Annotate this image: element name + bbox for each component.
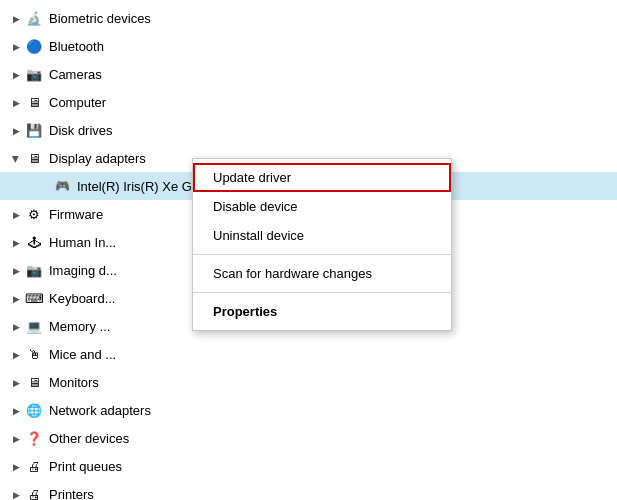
imaging-icon xyxy=(24,260,44,280)
tree-item-print-queues[interactable]: ▶ Print queues xyxy=(0,452,617,480)
firmware-icon xyxy=(24,204,44,224)
chevron-wrap: ▶ xyxy=(8,234,24,251)
context-menu-item-update-driver[interactable]: Update driver xyxy=(193,163,451,192)
tree-item-label-printers: Printers xyxy=(49,487,94,501)
chevron-wrap: ▶ xyxy=(8,430,24,447)
context-menu-item-disable-device[interactable]: Disable device xyxy=(193,192,451,221)
keyboard-icon xyxy=(24,288,44,308)
tree-item-label-computer: Computer xyxy=(49,95,106,110)
tree-item-printers[interactable]: ▶ Printers xyxy=(0,480,617,500)
tree-item-label-network: Network adapters xyxy=(49,403,151,418)
monitors-icon xyxy=(24,372,44,392)
tree-item-label-cameras: Cameras xyxy=(49,67,102,82)
disk-icon xyxy=(24,120,44,140)
chevron-wrap: ▶ xyxy=(8,318,24,335)
tree-item-label-biometric: Biometric devices xyxy=(49,11,151,26)
tree-item-computer[interactable]: ▶ Computer xyxy=(0,88,617,116)
tree-item-mice[interactable]: ▶ Mice and ... xyxy=(0,340,617,368)
context-menu: Update driver Disable device Uninstall d… xyxy=(192,158,452,331)
cameras-icon xyxy=(24,64,44,84)
network-icon xyxy=(24,400,44,420)
tree-item-network[interactable]: ▶ Network adapters xyxy=(0,396,617,424)
chevron-wrap: ▶ xyxy=(8,38,24,55)
chevron-wrap: ▶ xyxy=(8,402,24,419)
chevron-wrap: ▶ xyxy=(8,458,24,475)
chevron-wrap: ▶ xyxy=(8,94,24,111)
tree-item-label-disk: Disk drives xyxy=(49,123,113,138)
chevron-icon: ▶ xyxy=(8,403,24,419)
tree-item-label-memory: Memory ... xyxy=(49,319,110,334)
context-menu-item-scan-hardware[interactable]: Scan for hardware changes xyxy=(193,259,451,288)
tree-item-label-human: Human In... xyxy=(49,235,116,250)
printers-icon xyxy=(24,484,44,500)
intel-icon xyxy=(52,176,72,196)
chevron-icon: ▶ xyxy=(8,123,24,139)
print-queues-icon xyxy=(24,456,44,476)
tree-item-label-imaging: Imaging d... xyxy=(49,263,117,278)
other-icon xyxy=(24,428,44,448)
chevron-icon: ▶ xyxy=(8,235,24,251)
biometric-icon xyxy=(24,8,44,28)
memory-icon xyxy=(24,316,44,336)
bluetooth-icon xyxy=(24,36,44,56)
tree-item-label-keyboard: Keyboard... xyxy=(49,291,116,306)
chevron-wrap: ▶ xyxy=(8,374,24,391)
chevron-icon: ▶ xyxy=(8,39,24,55)
chevron-icon: ▶ xyxy=(8,319,24,335)
chevron-icon: ▶ xyxy=(8,67,24,83)
mice-icon xyxy=(24,344,44,364)
chevron-wrap: ▶ xyxy=(8,206,24,223)
chevron-wrap: ▶ xyxy=(8,10,24,27)
tree-item-bluetooth[interactable]: ▶ Bluetooth xyxy=(0,32,617,60)
chevron-wrap: ▶ xyxy=(8,262,24,279)
context-menu-item-uninstall-device[interactable]: Uninstall device xyxy=(193,221,451,250)
tree-item-label-bluetooth: Bluetooth xyxy=(49,39,104,54)
tree-item-other[interactable]: ▶ Other devices xyxy=(0,424,617,452)
chevron-icon: ▶ xyxy=(8,11,24,27)
chevron-wrap: ▶ xyxy=(8,150,24,167)
chevron-placeholder xyxy=(36,177,52,193)
tree-item-monitors[interactable]: ▶ Monitors xyxy=(0,368,617,396)
tree-item-cameras[interactable]: ▶ Cameras xyxy=(0,60,617,88)
computer-icon xyxy=(24,92,44,112)
context-menu-separator-1 xyxy=(193,254,451,255)
chevron-icon: ▶ xyxy=(8,151,24,167)
chevron-icon: ▶ xyxy=(8,291,24,307)
context-menu-separator-2 xyxy=(193,292,451,293)
chevron-wrap: ▶ xyxy=(8,290,24,307)
chevron-wrap xyxy=(36,177,52,196)
chevron-icon: ▶ xyxy=(8,95,24,111)
tree-item-label-monitors: Monitors xyxy=(49,375,99,390)
chevron-wrap: ▶ xyxy=(8,346,24,363)
chevron-icon: ▶ xyxy=(8,459,24,475)
human-icon xyxy=(24,232,44,252)
chevron-icon: ▶ xyxy=(8,263,24,279)
tree-item-label-display: Display adapters xyxy=(49,151,146,166)
tree-item-biometric[interactable]: ▶ Biometric devices xyxy=(0,4,617,32)
chevron-wrap: ▶ xyxy=(8,66,24,83)
tree-item-label-firmware: Firmware xyxy=(49,207,103,222)
tree-item-label-print-queues: Print queues xyxy=(49,459,122,474)
tree-item-disk[interactable]: ▶ Disk drives xyxy=(0,116,617,144)
chevron-icon: ▶ xyxy=(8,375,24,391)
chevron-wrap: ▶ xyxy=(8,486,24,501)
chevron-icon: ▶ xyxy=(8,431,24,447)
chevron-icon: ▶ xyxy=(8,487,24,501)
chevron-wrap: ▶ xyxy=(8,122,24,139)
tree-item-label-other: Other devices xyxy=(49,431,129,446)
tree-item-label-mice: Mice and ... xyxy=(49,347,116,362)
display-icon xyxy=(24,148,44,168)
chevron-icon: ▶ xyxy=(8,207,24,223)
context-menu-item-properties[interactable]: Properties xyxy=(193,297,451,326)
chevron-icon: ▶ xyxy=(8,347,24,363)
